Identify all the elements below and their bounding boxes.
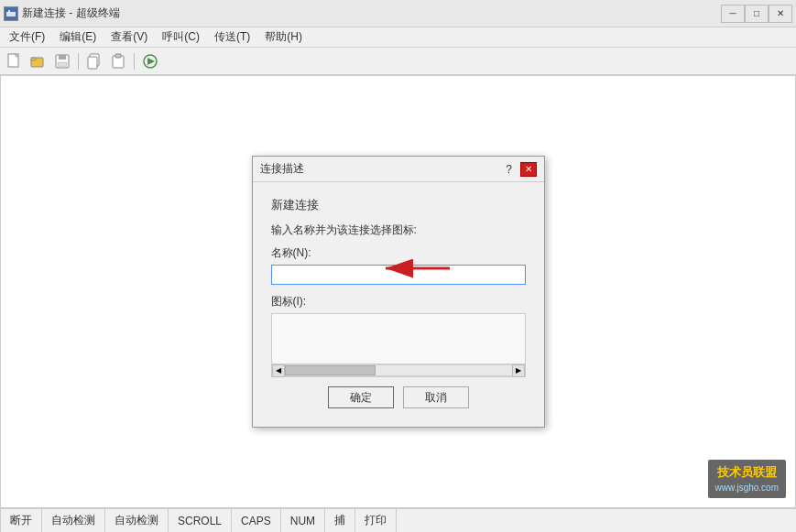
svg-rect-11 [88, 57, 97, 69]
save-toolbar-button[interactable] [51, 51, 73, 71]
paste-toolbar-button[interactable] [107, 51, 129, 71]
status-caps: CAPS [232, 509, 281, 532]
window-controls: ─ □ ✕ [721, 5, 792, 23]
scrollbar-right-button[interactable]: ▶ [512, 364, 525, 377]
svg-rect-2 [8, 10, 10, 13]
confirm-button[interactable]: 确定 [328, 386, 394, 408]
status-capture: 捕 [325, 509, 355, 532]
dialog-body: 新建连接 输入名称并为该连接选择图标: 名称(N): 图标(I): ◀ ▶ [253, 182, 544, 427]
status-bar: 断开 自动检测 自动检测 SCROLL CAPS NUM 捕 打印 [0, 508, 796, 532]
status-print: 打印 [355, 509, 397, 532]
dialog-buttons: 确定 取消 [271, 386, 526, 412]
name-input[interactable] [271, 265, 526, 285]
scrollbar-track[interactable] [285, 364, 512, 376]
open-toolbar-button[interactable] [27, 51, 49, 71]
svg-marker-15 [147, 58, 155, 65]
watermark-top-text: 技术员联盟 [715, 463, 779, 482]
dialog-titlebar: 连接描述 ? ✕ [253, 157, 544, 182]
watermark-bottom-text: www.jsgho.com [715, 481, 779, 494]
title-bar: 新建连接 - 超级终端 ─ □ ✕ [0, 0, 796, 27]
svg-rect-6 [31, 58, 36, 60]
toolbar-separator-1 [78, 53, 79, 70]
connection-dialog: 连接描述 ? ✕ 新建连接 输入名称并为该连接选择图标: 名称(N): 图标(I… [252, 156, 545, 428]
connect-toolbar-button[interactable] [139, 51, 161, 71]
scrollbar-thumb[interactable] [285, 365, 376, 375]
icon-area: ◀ ▶ [271, 313, 526, 377]
status-num: NUM [281, 509, 325, 532]
new-toolbar-button[interactable] [4, 51, 26, 71]
status-auto-detect-1: 自动检测 [42, 509, 105, 532]
menu-edit[interactable]: 编辑(E) [52, 27, 104, 47]
main-area: 连接描述 ? ✕ 新建连接 输入名称并为该连接选择图标: 名称(N): 图标(I… [0, 75, 796, 508]
svg-rect-8 [59, 55, 66, 60]
menu-call[interactable]: 呼叫(C) [155, 27, 207, 47]
modal-overlay: 连接描述 ? ✕ 新建连接 输入名称并为该连接选择图标: 名称(N): 图标(I… [1, 76, 795, 507]
copy-toolbar-button[interactable] [83, 51, 105, 71]
svg-rect-1 [6, 12, 16, 16]
svg-rect-9 [58, 62, 67, 67]
dialog-title: 连接描述 [260, 161, 304, 177]
dialog-close-button[interactable]: ✕ [520, 162, 537, 177]
menu-help[interactable]: 帮助(H) [257, 27, 310, 47]
menu-transfer[interactable]: 传送(T) [207, 27, 257, 47]
dialog-heading: 新建连接 [271, 197, 526, 213]
scrollbar-left-button[interactable]: ◀ [272, 364, 285, 377]
menu-bar: 文件(F) 编辑(E) 查看(V) 呼叫(C) 传送(T) 帮助(H) [0, 27, 796, 48]
toolbar [0, 48, 796, 75]
name-label: 名称(N): [271, 245, 526, 261]
terminal-area: 连接描述 ? ✕ 新建连接 输入名称并为该连接选择图标: 名称(N): 图标(I… [0, 75, 796, 508]
icon-scrollbar[interactable]: ◀ ▶ [272, 364, 525, 376]
window-title: 新建连接 - 超级终端 [22, 5, 120, 21]
dialog-help-button[interactable]: ? [502, 162, 517, 177]
minimize-button[interactable]: ─ [721, 5, 745, 23]
window-close-button[interactable]: ✕ [769, 5, 792, 23]
menu-view[interactable]: 查看(V) [104, 27, 155, 47]
maximize-button[interactable]: □ [745, 5, 769, 23]
watermark: 技术员联盟 www.jsgho.com [708, 460, 786, 499]
status-auto-detect-2: 自动检测 [105, 509, 169, 532]
svg-rect-13 [115, 54, 121, 58]
icon-label: 图标(I): [271, 294, 526, 309]
app-icon [4, 6, 18, 21]
status-disconnect: 断开 [0, 509, 42, 532]
status-scroll: SCROLL [169, 509, 232, 532]
dialog-description: 输入名称并为该连接选择图标: [271, 223, 526, 238]
menu-file[interactable]: 文件(F) [2, 27, 52, 47]
cancel-button[interactable]: 取消 [403, 386, 469, 408]
toolbar-separator-2 [134, 53, 135, 70]
dialog-titlebar-controls: ? ✕ [502, 162, 537, 177]
